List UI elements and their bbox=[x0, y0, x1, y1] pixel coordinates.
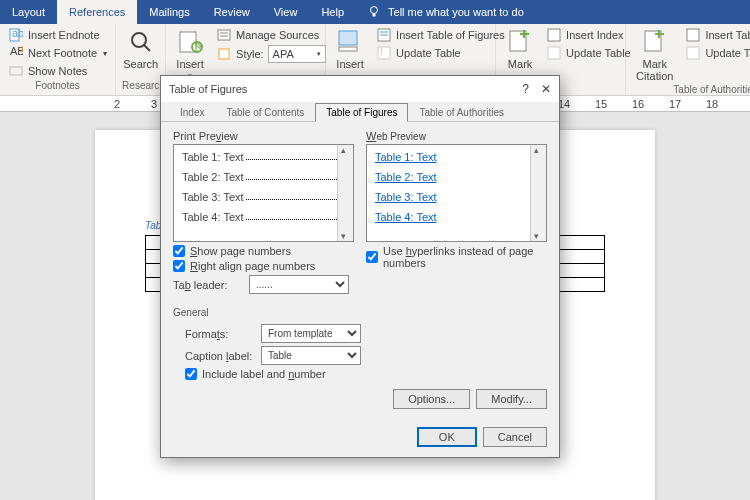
print-preview-line: Table 1: Text1 bbox=[182, 151, 345, 163]
insert-caption-button[interactable]: Insert bbox=[332, 26, 368, 72]
tab-view[interactable]: View bbox=[262, 0, 310, 24]
formats-select[interactable]: From template bbox=[261, 324, 361, 343]
include-label-label: Include label and number bbox=[202, 368, 326, 380]
update-index-button: Update Table bbox=[544, 44, 633, 62]
manage-sources-button[interactable]: Manage Sources bbox=[214, 26, 328, 44]
svg-rect-27 bbox=[548, 47, 560, 59]
web-preview-line: Table 4: Text bbox=[375, 211, 538, 223]
group-footnotes-label: Footnotes bbox=[6, 80, 109, 93]
web-preview-line: Table 2: Text bbox=[375, 171, 538, 183]
svg-rect-12 bbox=[218, 30, 230, 40]
tab-mailings[interactable]: Mailings bbox=[137, 0, 201, 24]
show-page-numbers-label: Show page numbers bbox=[190, 245, 291, 257]
svg-rect-31 bbox=[687, 29, 699, 41]
options-button[interactable]: Options... bbox=[393, 389, 470, 409]
dialog-titlebar[interactable]: Table of Figures ? ✕ bbox=[161, 76, 559, 102]
web-preview-line: Table 1: Text bbox=[375, 151, 538, 163]
lightbulb-icon bbox=[366, 4, 382, 20]
update-icon bbox=[546, 45, 562, 61]
svg-rect-32 bbox=[687, 47, 699, 59]
dialog-tab-index[interactable]: Index bbox=[169, 103, 215, 121]
modify-button[interactable]: Modify... bbox=[476, 389, 547, 409]
right-align-label: Right align page numbers bbox=[190, 260, 315, 272]
table-of-figures-dialog: Table of Figures ? ✕ Index Table of Cont… bbox=[160, 75, 560, 458]
tab-references[interactable]: References bbox=[57, 0, 137, 24]
svg-rect-15 bbox=[219, 49, 229, 59]
svg-point-0 bbox=[371, 7, 378, 14]
mark-citation-icon bbox=[641, 28, 669, 56]
show-page-numbers-checkbox[interactable] bbox=[173, 245, 185, 257]
use-hyperlinks-checkbox[interactable] bbox=[366, 251, 378, 263]
caption-label-select[interactable]: Table bbox=[261, 346, 361, 365]
group-research-label: Research bbox=[122, 80, 159, 93]
web-preview-box: Table 1: Text Table 2: Text Table 3: Tex… bbox=[366, 144, 547, 242]
update-tof-button: !Update Table bbox=[374, 44, 507, 62]
help-icon[interactable]: ? bbox=[522, 82, 529, 96]
dialog-tab-tof[interactable]: Table of Figures bbox=[315, 103, 408, 122]
citation-icon: ✎ bbox=[176, 28, 204, 56]
right-align-checkbox[interactable] bbox=[173, 260, 185, 272]
tab-layout[interactable]: Layout bbox=[0, 0, 57, 24]
tab-review[interactable]: Review bbox=[202, 0, 262, 24]
svg-rect-1 bbox=[373, 14, 376, 17]
ok-button[interactable]: OK bbox=[417, 427, 477, 447]
web-preview-label: Web Preview bbox=[366, 130, 547, 142]
svg-rect-6 bbox=[10, 67, 22, 75]
tell-me-search[interactable]: Tell me what you want to do bbox=[356, 0, 534, 24]
caption-icon bbox=[336, 28, 364, 56]
print-preview-line: Table 2: Text3 bbox=[182, 171, 345, 183]
citation-style-select[interactable]: Style: APA▾ bbox=[214, 44, 328, 64]
tab-leader-select[interactable]: ...... bbox=[249, 275, 349, 294]
dialog-tab-toc[interactable]: Table of Contents bbox=[215, 103, 315, 121]
scrollbar[interactable] bbox=[337, 145, 353, 241]
insert-endnote-button[interactable]: abInsert Endnote bbox=[6, 26, 109, 44]
update-icon bbox=[685, 45, 701, 61]
search-button[interactable]: Search bbox=[119, 26, 162, 72]
svg-text:!: ! bbox=[380, 46, 383, 58]
search-icon bbox=[127, 28, 155, 56]
mark-icon bbox=[506, 28, 534, 56]
style-icon bbox=[216, 46, 232, 62]
print-preview-label: Print Preview bbox=[173, 130, 354, 142]
cancel-button[interactable]: Cancel bbox=[483, 427, 547, 447]
tab-leader-label: Tab leader: bbox=[173, 279, 243, 291]
svg-text:✎: ✎ bbox=[194, 40, 203, 52]
svg-point-7 bbox=[132, 33, 146, 47]
general-label: General bbox=[173, 307, 547, 320]
endnote-icon: ab bbox=[8, 27, 24, 43]
toa-icon bbox=[685, 27, 701, 43]
formats-label: Formats: bbox=[185, 328, 255, 340]
print-preview-line: Table 4: Text7 bbox=[182, 211, 345, 223]
show-notes-button: Show Notes bbox=[6, 62, 109, 80]
print-preview-box: Table 1: Text1 Table 2: Text3 Table 3: T… bbox=[173, 144, 354, 242]
insert-table-figures-button[interactable]: Insert Table of Figures bbox=[374, 26, 507, 44]
ribbon-tabs: Layout References Mailings Review View H… bbox=[0, 0, 750, 24]
mark-entry-button[interactable]: Mark bbox=[502, 26, 538, 72]
update-icon: ! bbox=[376, 45, 392, 61]
include-label-checkbox[interactable] bbox=[185, 368, 197, 380]
footnote-next-icon: AB1 bbox=[8, 45, 24, 61]
tof-icon bbox=[376, 27, 392, 43]
svg-rect-26 bbox=[548, 29, 560, 41]
manage-icon bbox=[216, 27, 232, 43]
tell-me-label: Tell me what you want to do bbox=[388, 6, 524, 18]
insert-citation-button[interactable]: ✎ Insert▾ bbox=[172, 26, 208, 82]
dialog-tabs: Index Table of Contents Table of Figures… bbox=[161, 102, 559, 122]
notes-icon bbox=[8, 63, 24, 79]
next-footnote-button[interactable]: AB1Next Footnote▾ bbox=[6, 44, 109, 62]
dialog-title: Table of Figures bbox=[169, 83, 247, 95]
update-toa-button: Update Table bbox=[683, 44, 750, 62]
use-hyperlinks-label: Use hyperlinks instead of page numbers bbox=[383, 245, 547, 269]
mark-citation-button[interactable]: Mark Citation bbox=[632, 26, 677, 84]
index-icon bbox=[546, 27, 562, 43]
scrollbar[interactable] bbox=[530, 145, 546, 241]
svg-line-8 bbox=[144, 45, 150, 51]
svg-text:1: 1 bbox=[19, 46, 23, 54]
close-icon[interactable]: ✕ bbox=[541, 82, 551, 96]
insert-toa-button[interactable]: Insert Table of Autho bbox=[683, 26, 750, 44]
svg-rect-16 bbox=[339, 31, 357, 45]
insert-index-button[interactable]: Insert Index bbox=[544, 26, 633, 44]
svg-rect-17 bbox=[339, 47, 357, 51]
tab-help[interactable]: Help bbox=[309, 0, 356, 24]
dialog-tab-toa[interactable]: Table of Authorities bbox=[408, 103, 515, 121]
